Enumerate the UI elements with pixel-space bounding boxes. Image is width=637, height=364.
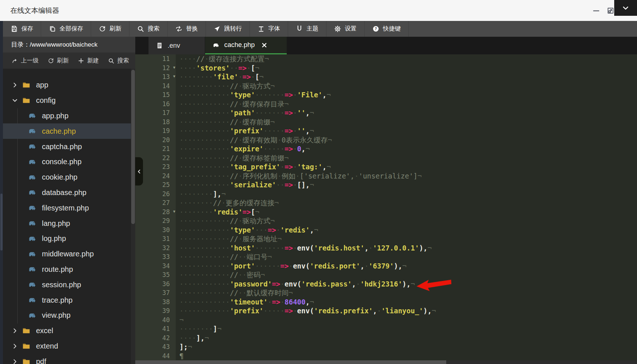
code-line: 30············'type'···=>·'redis',¬: [135, 226, 637, 235]
tree-action-up-level[interactable]: 上一级: [12, 57, 39, 65]
toolbar-button-label: 快捷键: [383, 25, 401, 33]
code-line-content: ········]¬: [176, 324, 221, 334]
toolbar-button-replace[interactable]: 替换: [168, 21, 206, 37]
tree-item-middleware-php[interactable]: middleware.php: [3, 246, 135, 262]
tree-action-label: 上一级: [21, 57, 39, 65]
line-number: 17: [135, 108, 176, 118]
code-line-content: ¬: [176, 316, 183, 325]
chevron-down-icon[interactable]: [12, 97, 18, 104]
code-line-content: ············'expire'·····=>·0,¬: [176, 144, 310, 154]
line-number: 21: [135, 144, 176, 154]
replace-icon: [175, 25, 182, 32]
fold-toggle-icon[interactable]: ▼: [173, 74, 175, 79]
code-line-content: ············'path'·······=>·'',¬: [176, 108, 314, 118]
php-icon: [28, 142, 37, 151]
toolbar-button-save-all[interactable]: 全部保存: [41, 21, 91, 37]
code-line: 38············'timeout'·=>·86400,¬: [135, 298, 637, 307]
code-line-content: ············'timeout'·=>·86400,¬: [176, 298, 314, 307]
tree-item-session-php[interactable]: session.php: [3, 277, 135, 292]
tree-item-log-php[interactable]: log.php: [3, 231, 135, 246]
php-icon: [28, 219, 37, 228]
toolbar-button-hotkeys[interactable]: ?快捷键: [365, 21, 409, 37]
code-line: 27········//·更多的缓存连接¬: [135, 198, 637, 208]
tree-item-route-php[interactable]: route.php: [3, 262, 135, 277]
code-line: 16············//·缓存保存目录¬: [135, 100, 637, 109]
tree-item-captcha-php[interactable]: captcha.php: [3, 139, 135, 154]
collapse-left-icon: [137, 169, 142, 174]
tree-item-config[interactable]: config: [3, 93, 135, 108]
tree-item-database-php[interactable]: database.php: [3, 185, 135, 201]
code-line-content: ····//·缓存连接方式配置¬: [176, 54, 269, 64]
toolbar-button-theme[interactable]: 主题: [288, 21, 326, 37]
chevron-right-icon[interactable]: [12, 358, 18, 364]
tree-item-trace-php[interactable]: trace.php: [3, 292, 135, 308]
tree-item-excel[interactable]: excel: [3, 323, 135, 339]
search-icon: [137, 25, 144, 32]
php-icon: [212, 42, 220, 49]
code-line-content: ········'file'·=>·[¬: [176, 72, 264, 82]
code-line: 34············'port'······=>·env('redis.…: [135, 262, 637, 271]
window-minimize-icon[interactable]: [592, 7, 600, 15]
fold-toggle-icon[interactable]: ▼: [173, 209, 175, 214]
line-number: 32: [135, 244, 176, 253]
code-line: 14············//·驱动方式¬: [135, 82, 637, 91]
sidebar-collapse-handle[interactable]: [135, 157, 143, 185]
window-maximize-icon[interactable]: [606, 7, 615, 15]
tree-item-filesystem-php[interactable]: filesystem.php: [3, 200, 135, 216]
tree-item-label: view.php: [42, 311, 71, 320]
tree-item-app-php[interactable]: app.php: [3, 108, 135, 124]
code-line: 32············'host'·······=>·env('redis…: [135, 244, 637, 253]
toolbar-button-save[interactable]: 保存: [3, 21, 41, 37]
tree-item-view-php[interactable]: view.php: [3, 308, 135, 323]
page-edge-scrollbar-thumb[interactable]: [0, 194, 3, 251]
close-icon[interactable]: [261, 42, 267, 48]
tree-item-label: middleware.php: [42, 250, 94, 258]
toolbar-button-refresh[interactable]: 刷新: [91, 21, 129, 37]
toolbar-button-label: 保存: [21, 25, 33, 33]
line-number: 12▼: [135, 64, 176, 73]
tree-item-console-php[interactable]: console.php: [3, 154, 135, 170]
chevron-right-icon[interactable]: [12, 343, 18, 349]
font-icon: [258, 25, 265, 32]
toolbar-collapse-button[interactable]: [614, 0, 637, 16]
tree-item-label: route.php: [42, 265, 73, 274]
chevron-right-icon[interactable]: [12, 82, 18, 88]
toolbar-button-label: 替换: [186, 25, 198, 33]
tree-action-search[interactable]: 搜索: [108, 57, 129, 65]
tree-action-new-file[interactable]: 新建: [78, 57, 99, 65]
fold-toggle-icon[interactable]: ▼: [173, 65, 175, 70]
folder-icon: [22, 81, 31, 89]
tree-action-refresh[interactable]: 刷新: [48, 57, 69, 65]
chevron-right-icon[interactable]: [12, 328, 18, 334]
toolbar-button-goto-line[interactable]: 跳转行: [206, 21, 250, 37]
toolbar-button-search[interactable]: 搜索: [129, 21, 168, 37]
tab-env[interactable]: .env: [148, 37, 205, 54]
search-icon: [108, 58, 114, 64]
new-file-icon: [78, 58, 84, 64]
tree-item-label: session.php: [42, 281, 81, 289]
toolbar-button-font[interactable]: 字体: [250, 21, 288, 37]
tab-cache-php[interactable]: cache.php: [205, 37, 287, 54]
line-number: 41: [135, 324, 176, 334]
tree-item-lang-php[interactable]: lang.php: [3, 216, 135, 231]
tree-item-cache-php[interactable]: cache.php: [3, 123, 135, 139]
code-line: 35············//··密码¬: [135, 270, 637, 280]
editor-tabbar: .envcache.php: [135, 37, 637, 54]
php-icon: [28, 111, 37, 120]
tree-item-extend[interactable]: extend: [3, 339, 135, 354]
code-line-content: ············//·序列化机制·例如·['serialize',·'u…: [176, 172, 422, 181]
file-tree-toolbar: 上一级刷新新建搜索: [3, 53, 135, 69]
tree-item-pdf[interactable]: pdf: [3, 354, 135, 364]
editor-panel: .envcache.php 11····//·缓存连接方式配置¬12▼····'…: [135, 37, 637, 364]
code-editor[interactable]: 11····//·缓存连接方式配置¬12▼····'stores'··=>·[¬…: [135, 54, 637, 360]
tree-scrollbar-thumb[interactable]: [131, 70, 135, 224]
code-line-content: ············//·驱动方式¬: [176, 82, 275, 91]
tree-item-label: trace.php: [42, 296, 72, 304]
line-number: 14: [135, 82, 176, 91]
tree-item-app[interactable]: app: [3, 78, 135, 93]
toolbar-button-label: 主题: [307, 25, 318, 33]
editor-hscroll-thumb[interactable]: [135, 360, 446, 364]
tree-item-cookie-php[interactable]: cookie.php: [3, 170, 135, 185]
toolbar-button-settings[interactable]: 设置: [326, 21, 365, 37]
line-number: 39: [135, 306, 176, 316]
